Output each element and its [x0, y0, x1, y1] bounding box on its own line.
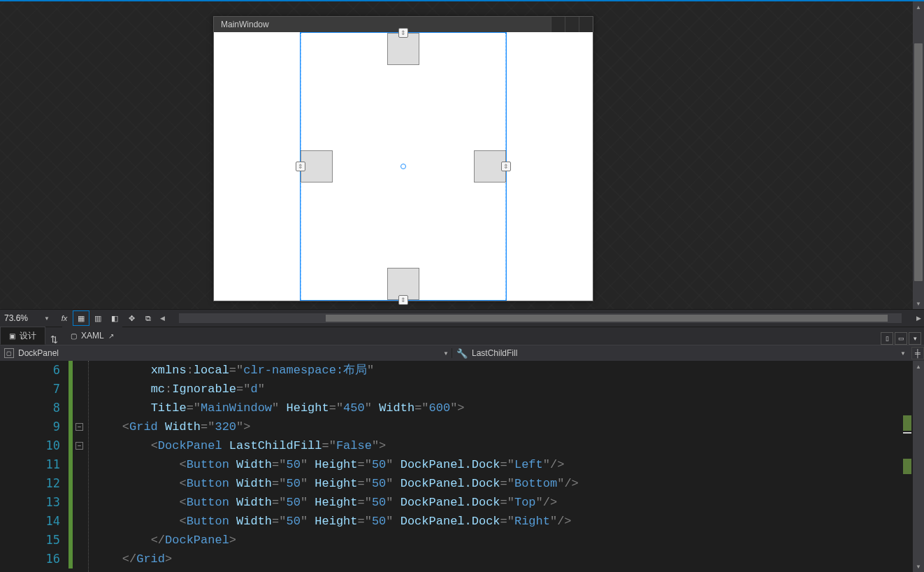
resize-handle-right[interactable] [501, 162, 511, 171]
code-content[interactable]: xmlns:local="clr-namespace:布局" mc:Ignora… [94, 361, 913, 572]
toggle-c-button[interactable]: ⧉ [140, 310, 157, 326]
line-number: 8 [0, 399, 60, 417]
member-label: LastChildFill [472, 348, 517, 358]
element-icon: ▢ [4, 348, 14, 358]
code-line[interactable]: </DockPanel> [94, 531, 913, 550]
scroll-up-icon[interactable]: ▲ [913, 1, 924, 13]
hscroll-thumb[interactable] [326, 315, 888, 322]
overview-ruler [903, 361, 911, 572]
toggle-a-button[interactable]: ◧ [106, 310, 123, 326]
overview-caret [903, 432, 911, 434]
maximize-icon [565, 17, 579, 32]
line-number: 7 [0, 380, 60, 399]
code-line[interactable]: <DockPanel LastChildFill="False"> [94, 436, 913, 455]
code-line[interactable]: <Button Width="50" Height="50" DockPanel… [94, 512, 913, 531]
resize-handle-bottom[interactable] [398, 295, 408, 305]
line-number: 10 [0, 436, 60, 455]
scrollbar-thumb[interactable] [914, 43, 923, 281]
code-line[interactable]: <Button Width="50" Height="50" DockPanel… [94, 455, 913, 474]
line-number: 16 [0, 550, 60, 569]
overview-change-mark [903, 415, 911, 431]
split-view-buttons: ▯ ▭ ▾ [881, 332, 924, 345]
scroll-up-icon[interactable]: ▲ [913, 361, 924, 372]
split-vertical-button[interactable]: ▯ [881, 332, 893, 345]
element-path-dropdown[interactable]: ▢ DockPanel ▼ [0, 348, 452, 358]
swap-panes-button[interactable]: ⇅ [45, 334, 62, 345]
editor-vertical-scrollbar[interactable]: ▲ ▼ [913, 361, 924, 572]
scroll-down-icon[interactable]: ▼ [913, 561, 924, 572]
fold-column: − − [74, 361, 87, 572]
toggle-b-button[interactable]: ✥ [123, 310, 140, 326]
line-number: 14 [0, 512, 60, 531]
element-path-label: DockPanel [18, 348, 59, 358]
selected-dockpanel[interactable] [300, 32, 507, 301]
grid-snap-button[interactable]: ▦ [73, 310, 89, 326]
chevron-down-icon: ▼ [443, 350, 449, 357]
designer-toolbar: 73.6% ▼ fx ▦ ▥ ◧ ✥ ⧉ ◀ ▶ [0, 309, 924, 327]
collapse-pane-button[interactable]: ▾ [909, 332, 921, 345]
line-number: 11 [0, 455, 60, 474]
hscroll-right-icon[interactable]: ▶ [913, 310, 924, 326]
code-line[interactable]: mc:Ignorable="d" [94, 380, 913, 399]
preview-window[interactable]: MainWindow [213, 16, 593, 301]
line-number: 15 [0, 531, 60, 550]
minimize-icon [551, 17, 565, 32]
preview-client-area[interactable] [214, 32, 593, 301]
scroll-down-icon[interactable]: ▼ [913, 298, 924, 309]
tab-design-label: 设计 [20, 330, 36, 342]
wrench-icon: 🔧 [456, 348, 468, 359]
overview-change-mark [903, 459, 911, 474]
navigation-bar: ▢ DockPanel ▼ 🔧 LastChildFill ▼ ╪ [0, 345, 924, 361]
chevron-down-icon: ▼ [900, 350, 906, 357]
center-handle[interactable] [400, 164, 406, 169]
code-line[interactable]: </Grid> [94, 550, 913, 569]
hscroll-left-icon[interactable]: ◀ [157, 310, 168, 326]
snaplines-button[interactable]: ▥ [89, 310, 106, 326]
code-editor[interactable]: 678910111213141516 − − xmlns:local="clr-… [0, 361, 924, 572]
tab-xaml-label: XAML [81, 331, 104, 341]
indent-guides [87, 361, 94, 572]
xaml-tab-icon: ▢ [71, 332, 77, 340]
change-margin [68, 361, 74, 572]
code-line[interactable]: Title="MainWindow" Height="450" Width="6… [94, 399, 913, 417]
designer-vertical-scrollbar[interactable]: ▲ ▼ [913, 1, 924, 309]
member-dropdown[interactable]: 🔧 LastChildFill ▼ [452, 348, 909, 359]
pane-tabs: ▣ 设计 ⇅ ▢ XAML ↗ ▯ ▭ ▾ [0, 327, 924, 345]
code-line[interactable]: <Button Width="50" Height="50" DockPanel… [94, 474, 913, 493]
designer-horizontal-scrollbar[interactable] [179, 313, 902, 323]
tab-xaml[interactable]: ▢ XAML ↗ [62, 327, 122, 345]
design-tab-icon: ▣ [9, 332, 15, 340]
line-number: 13 [0, 493, 60, 512]
resize-handle-left[interactable] [296, 162, 305, 171]
code-line[interactable]: <Grid Width="320"> [94, 417, 913, 436]
close-icon [579, 17, 593, 32]
resize-handle-top[interactable] [398, 28, 408, 38]
code-line[interactable]: xmlns:local="clr-namespace:布局" [94, 361, 913, 380]
preview-window-title: MainWindow [221, 20, 269, 29]
preview-window-buttons [551, 17, 593, 32]
fold-toggle[interactable]: − [75, 442, 83, 450]
split-horizontal-button[interactable]: ▭ [895, 332, 907, 345]
popout-icon[interactable]: ↗ [108, 332, 114, 340]
code-line[interactable]: <Button Width="50" Height="50" DockPanel… [94, 493, 913, 512]
fold-toggle[interactable]: − [75, 423, 83, 431]
design-surface[interactable]: MainWindow [0, 1, 913, 309]
designer-panel: MainWindow [0, 0, 924, 309]
change-indicator [68, 361, 73, 569]
effects-button[interactable]: fx [56, 310, 73, 326]
zoom-dropdown-icon[interactable]: ▼ [42, 315, 52, 322]
zoom-level[interactable]: 73.6% [0, 313, 42, 323]
line-number: 6 [0, 361, 60, 380]
line-number: 12 [0, 474, 60, 493]
line-number: 9 [0, 417, 60, 436]
tab-design[interactable]: ▣ 设计 [0, 327, 45, 345]
line-number-gutter: 678910111213141516 [0, 361, 68, 572]
